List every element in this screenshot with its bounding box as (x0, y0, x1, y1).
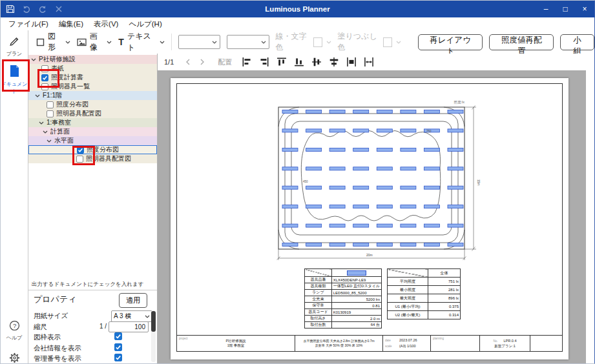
light-fixture (424, 110, 439, 114)
distribute-horizontal-icon[interactable] (344, 56, 358, 68)
chevron-down-icon[interactable] (47, 139, 52, 143)
settings-rail-button[interactable] (1, 352, 28, 364)
light-fixture (329, 167, 345, 170)
menu-item[interactable]: 表示(V) (89, 19, 123, 29)
light-fixture (282, 243, 298, 247)
contour-label: 450 (303, 180, 308, 183)
tree-node-row[interactable]: 1:事務室 (28, 118, 157, 127)
align-middle-icon[interactable] (309, 56, 323, 68)
light-fixture (306, 148, 322, 151)
help-rail-button[interactable]: ? ヘルプ (1, 320, 28, 341)
contour-label: 750 (426, 130, 432, 133)
unit-note: 照度:lx (454, 100, 465, 105)
chevron-down-icon[interactable] (43, 130, 48, 134)
property-checkbox[interactable] (114, 332, 122, 340)
shape-icon (36, 38, 45, 46)
tree-checkbox[interactable] (47, 110, 54, 117)
save-icon[interactable] (6, 5, 15, 14)
table-row: U2 (最小/最大)0.314 (388, 311, 461, 319)
previous-page-button[interactable] (183, 59, 193, 65)
light-fixture (353, 110, 369, 114)
property-label: 会社情報を表示 (34, 344, 81, 353)
property-check-row: 会社情報を表示 (28, 343, 157, 354)
align-left-icon[interactable] (240, 56, 253, 68)
relayout-button[interactable]: 再レイアウト (418, 34, 483, 50)
light-fixture (448, 205, 463, 208)
align-center-icon[interactable] (327, 56, 340, 68)
chevron-down-icon[interactable] (39, 121, 44, 125)
undo-icon[interactable] (22, 5, 31, 14)
minimize-button[interactable]: – (536, 1, 556, 17)
paper-size-label: 用紙サイズ (34, 312, 68, 321)
paper-size-select[interactable]: A 3 横 (111, 310, 152, 322)
shape-label: 図形 (48, 31, 61, 53)
plan-rail-button[interactable]: プラン (1, 35, 28, 57)
next-page-button[interactable] (197, 59, 207, 65)
redo-icon[interactable] (38, 5, 47, 14)
text-label: テキスト (127, 31, 155, 53)
property-check-row: 管理番号を表示 (28, 353, 157, 363)
align-top-icon[interactable] (275, 56, 288, 68)
align-bottom-icon[interactable] (292, 56, 306, 68)
maximize-button[interactable]: □ (556, 1, 575, 17)
title-block: project P社研修施設 1階 事務室 水平面照度分布図 天井高さ2.8m … (177, 335, 562, 351)
apply-button[interactable]: 適用 (119, 293, 147, 308)
light-fixture (282, 205, 298, 208)
tree-checkbox[interactable] (47, 101, 54, 108)
title-block-date-scale: date2023.07.26 scale(A3) 1/100 (382, 336, 430, 351)
document-side-panel: P社研修施設表紙照度計算書照明器具一覧F1:1階照度分布図照明器具配置図1:事務… (28, 54, 158, 363)
light-fixture (377, 224, 392, 227)
font-size-select[interactable] (227, 35, 269, 49)
scale-row: 縮尺1 /100 (28, 321, 157, 332)
pencil-icon (8, 35, 20, 47)
light-fixture-grid (282, 110, 463, 247)
light-fixture (353, 243, 369, 247)
lamp-symbol (347, 270, 366, 276)
chevron-down-icon[interactable] (31, 58, 36, 61)
tree-node-row[interactable]: 水平面 (28, 136, 157, 145)
light-fixture (353, 186, 369, 189)
title-block-empty (530, 336, 562, 351)
light-fixture (353, 167, 369, 170)
annotation-box-document-button (2, 59, 30, 92)
menu-item[interactable]: 編集(E) (54, 19, 89, 29)
property-checkbox[interactable] (114, 354, 122, 361)
menu-item[interactable]: ファイル(F) (3, 19, 54, 29)
tree-item-label: 水平面 (54, 136, 74, 145)
light-fixture (424, 243, 439, 247)
image-dropdown[interactable]: 画像 (77, 31, 112, 53)
tree-node-row[interactable]: P社研修施設 (28, 55, 157, 64)
close-button[interactable]: × (575, 1, 594, 17)
table-row: 取付台数64 台 (305, 322, 382, 329)
help-rail-label: ヘルプ (1, 334, 28, 341)
light-fixture (329, 186, 345, 189)
scrollbar-thumb[interactable] (151, 311, 156, 332)
text-dropdown[interactable]: T テキスト (118, 31, 165, 53)
menu-item[interactable]: ヘルプ(H) (123, 19, 167, 29)
distribute-spacing-icon[interactable] (362, 56, 375, 68)
font-family-select[interactable] (178, 35, 220, 49)
light-fixture (306, 224, 322, 227)
tree-node-row[interactable]: F1:1階 (28, 91, 157, 100)
light-fixture (377, 110, 392, 114)
fixture-table: 器具品番XLX450DENP-LE9器具種類一体型LED 直付DスタイルランプL… (304, 268, 382, 329)
corner-contours (278, 107, 465, 249)
properties-scrollbar[interactable] (151, 310, 156, 362)
tree-document-row[interactable]: 照明器具配置図 (28, 109, 157, 118)
illuminance-rearrange-button[interactable]: 照度値再配置 (489, 34, 553, 50)
light-fixture (401, 205, 416, 208)
menu-bar: ファイル(F)編集(E)表示(V)ヘルプ(H) (1, 17, 594, 30)
delete-icon[interactable] (54, 5, 63, 14)
property-checkbox[interactable] (114, 343, 122, 351)
kogumi-button[interactable]: 小組 (560, 34, 594, 50)
scale-input[interactable]: 100 (109, 321, 149, 332)
toolbar: 図形 画像 T テキスト 線・文字色 塗りつぶし色 再レイアウト 照度値再配置 … (28, 30, 594, 54)
light-fixture (377, 129, 392, 132)
chevron-down-icon[interactable] (35, 94, 40, 97)
tree-document-row[interactable]: 照度分布図 (28, 100, 157, 109)
tree-node-row[interactable]: 計算面 (28, 127, 157, 136)
document-number: LPR.0.4 (504, 338, 517, 343)
tree-item-label: P社研修施設 (39, 55, 76, 64)
align-right-icon[interactable] (257, 56, 271, 68)
shape-dropdown[interactable]: 図形 (36, 31, 70, 53)
